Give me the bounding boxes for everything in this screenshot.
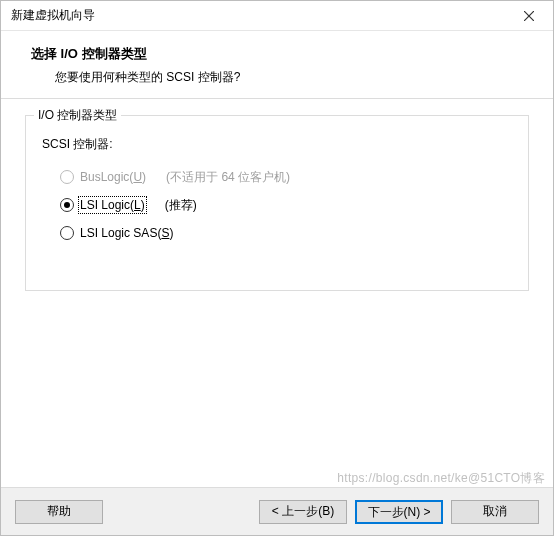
option-lsilogicsas[interactable]: LSI Logic SAS(S) (60, 219, 512, 247)
close-icon (524, 11, 534, 21)
option-lsilogicsas-label: LSI Logic SAS(S) (80, 226, 173, 240)
wizard-window: 新建虚拟机向导 选择 I/O 控制器类型 您要使用何种类型的 SCSI 控制器?… (0, 0, 554, 536)
io-controller-group: I/O 控制器类型 SCSI 控制器: BusLogic(U) (不适用于 64… (25, 115, 529, 291)
close-button[interactable] (509, 2, 549, 30)
window-title: 新建虚拟机向导 (11, 7, 509, 24)
page-subtitle: 您要使用何种类型的 SCSI 控制器? (55, 69, 529, 86)
help-button[interactable]: 帮助 (15, 500, 103, 524)
radio-lsilogicsas[interactable] (60, 226, 74, 240)
wizard-content: I/O 控制器类型 SCSI 控制器: BusLogic(U) (不适用于 64… (1, 99, 553, 487)
wizard-header: 选择 I/O 控制器类型 您要使用何种类型的 SCSI 控制器? (1, 31, 553, 99)
back-button[interactable]: < 上一步(B) (259, 500, 347, 524)
page-title: 选择 I/O 控制器类型 (31, 45, 529, 63)
next-button[interactable]: 下一步(N) > (355, 500, 443, 524)
option-buslogic-note: (不适用于 64 位客户机) (166, 169, 290, 186)
cancel-button[interactable]: 取消 (451, 500, 539, 524)
option-buslogic: BusLogic(U) (不适用于 64 位客户机) (60, 163, 512, 191)
radio-buslogic (60, 170, 74, 184)
titlebar: 新建虚拟机向导 (1, 1, 553, 31)
option-lsilogic-note: (推荐) (165, 197, 197, 214)
option-lsilogic[interactable]: LSI Logic(L) (推荐) (60, 191, 512, 219)
scsi-controller-label: SCSI 控制器: (42, 136, 512, 153)
group-legend: I/O 控制器类型 (34, 107, 121, 124)
radio-lsilogic[interactable] (60, 198, 74, 212)
wizard-footer: 帮助 < 上一步(B) 下一步(N) > 取消 (1, 487, 553, 535)
option-lsilogic-label: LSI Logic(L) (80, 198, 145, 212)
option-buslogic-label: BusLogic(U) (80, 170, 146, 184)
scsi-options: BusLogic(U) (不适用于 64 位客户机) LSI Logic(L) … (60, 163, 512, 247)
